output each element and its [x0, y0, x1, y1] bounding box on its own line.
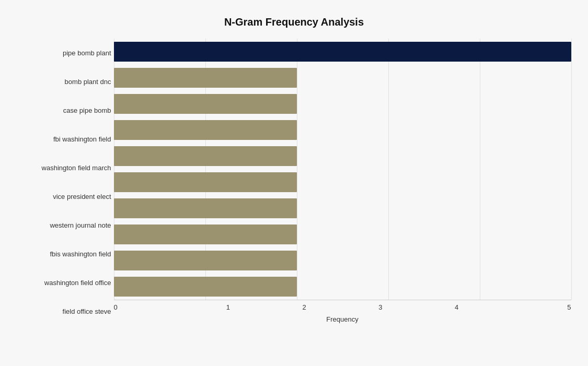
bar-row — [114, 117, 571, 143]
x-tick: 2 — [266, 303, 342, 311]
bar-row — [114, 143, 571, 169]
y-label: washington field office — [17, 268, 111, 297]
x-axis: 012345 Frequency — [114, 300, 571, 326]
y-axis: pipe bomb plantbomb plant dnccase pipe b… — [17, 39, 114, 326]
bar-normal — [114, 251, 297, 270]
bar-row — [114, 221, 571, 247]
bar-normal — [114, 146, 297, 166]
bar-row — [114, 274, 571, 300]
gridline — [571, 39, 572, 300]
y-label: bomb plant dnc — [17, 67, 111, 96]
bar-highlight — [114, 42, 571, 62]
bar-normal — [114, 198, 297, 218]
bar-row — [114, 169, 571, 195]
bar-row — [114, 247, 571, 274]
bars-rows — [114, 39, 571, 300]
y-label: western journal note — [17, 211, 111, 240]
chart-area: pipe bomb plantbomb plant dnccase pipe b… — [17, 39, 571, 326]
x-tick: 3 — [342, 303, 419, 311]
bar-row — [114, 39, 571, 65]
bar-normal — [114, 120, 297, 140]
chart-container: N-Gram Frequency Analysis pipe bomb plan… — [7, 6, 582, 361]
x-axis-label: Frequency — [114, 315, 571, 323]
x-tick: 5 — [495, 303, 571, 311]
bar-row — [114, 195, 571, 221]
y-label: vice president elect — [17, 182, 111, 211]
y-label: fbis washington field — [17, 240, 111, 268]
bars-and-x: 012345 Frequency — [114, 39, 571, 326]
y-label: fbi washington field — [17, 125, 111, 154]
bar-normal — [114, 277, 297, 297]
bar-row — [114, 65, 571, 91]
x-tick: 1 — [190, 303, 266, 311]
y-label: field office steve — [17, 297, 111, 326]
chart-title: N-Gram Frequency Analysis — [17, 16, 571, 28]
bar-normal — [114, 225, 297, 244]
y-label: washington field march — [17, 154, 111, 182]
y-label: case pipe bomb — [17, 96, 111, 125]
y-label: pipe bomb plant — [17, 39, 111, 67]
bar-normal — [114, 94, 297, 114]
bar-normal — [114, 172, 297, 192]
x-ticks-wrapper: 012345 — [114, 300, 571, 311]
bar-normal — [114, 68, 297, 88]
bar-row — [114, 91, 571, 117]
x-tick: 4 — [419, 303, 495, 311]
x-tick: 0 — [114, 303, 190, 311]
bars-section — [114, 39, 571, 300]
